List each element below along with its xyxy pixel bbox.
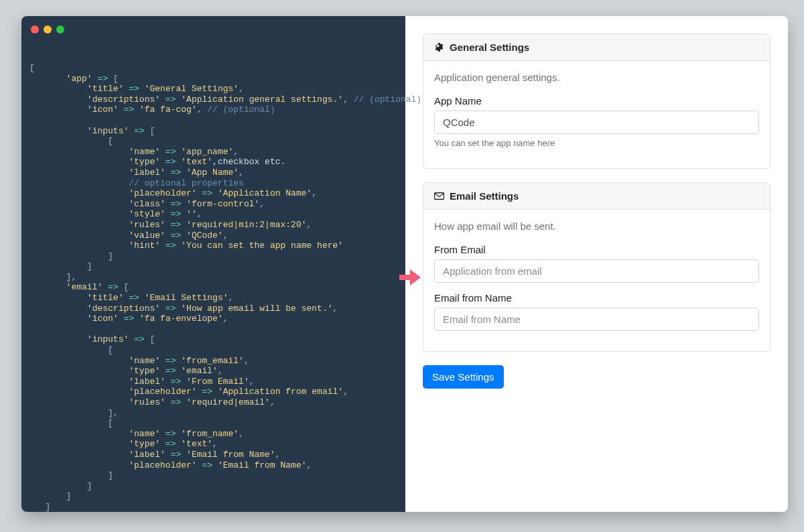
save-settings-button[interactable]: Save Settings bbox=[423, 365, 504, 389]
general-settings-title: General Settings bbox=[450, 42, 529, 53]
from-email-label: From Email bbox=[434, 244, 759, 255]
general-settings-card: General Settings Application general set… bbox=[423, 34, 770, 169]
email-settings-card: Email Settings How app email will be sen… bbox=[423, 182, 770, 352]
from-email-input[interactable] bbox=[434, 259, 759, 283]
from-name-label: Email from Name bbox=[434, 292, 759, 304]
minimize-dot[interactable] bbox=[44, 25, 52, 34]
email-settings-title: Email Settings bbox=[450, 190, 519, 202]
app-window: [ 'app' => [ 'title' => 'General Setting… bbox=[21, 16, 788, 512]
close-dot[interactable] bbox=[31, 25, 39, 34]
envelope-icon bbox=[434, 191, 444, 201]
code-block: [ 'app' => [ 'title' => 'General Setting… bbox=[21, 63, 405, 512]
gear-icon bbox=[434, 42, 444, 52]
email-settings-desc: How app email will be sent. bbox=[434, 220, 759, 232]
settings-form-pane: General Settings Application general set… bbox=[405, 16, 788, 512]
email-settings-header: Email Settings bbox=[423, 183, 770, 210]
general-settings-header: General Settings bbox=[423, 34, 770, 61]
app-name-label: App Name bbox=[434, 95, 759, 107]
from-name-input[interactable] bbox=[434, 308, 759, 331]
general-settings-desc: Application general settings. bbox=[434, 72, 759, 83]
app-name-hint: You can set the app name here bbox=[434, 138, 759, 148]
maximize-dot[interactable] bbox=[56, 25, 64, 34]
code-editor-pane: [ 'app' => [ 'title' => 'General Setting… bbox=[21, 16, 405, 512]
window-traffic-lights bbox=[21, 25, 405, 63]
app-name-input[interactable] bbox=[434, 111, 759, 134]
